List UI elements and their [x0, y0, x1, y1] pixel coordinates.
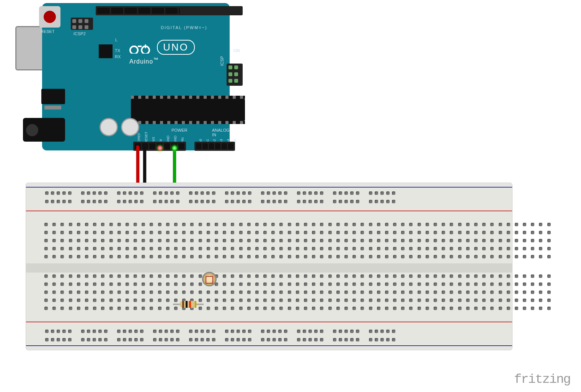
fritzing-diagram: DIGITAL (PWM=~) L TX RX ON UNO Arduino™ …: [0, 0, 581, 392]
endpoint: [172, 145, 177, 151]
breadboard: [26, 183, 512, 350]
photoresistor: [202, 272, 217, 286]
resistor: [177, 301, 200, 308]
endpoint: [157, 145, 163, 151]
watermark: fritzing: [514, 372, 570, 387]
